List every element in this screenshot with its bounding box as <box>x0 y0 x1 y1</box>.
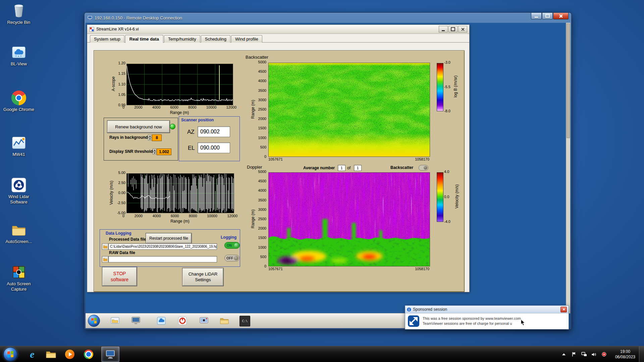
tab-system-setup[interactable]: System setup <box>90 35 124 43</box>
stop-software-button[interactable]: STOP software <box>102 267 137 286</box>
average-of-field[interactable]: 1 <box>354 165 362 171</box>
snr-threshold-label: Display SNR threshold <box>109 149 153 154</box>
tick-label: 2500 <box>258 217 266 221</box>
tick-label: 5000 <box>258 170 266 174</box>
renew-background-button[interactable]: Renew background now <box>107 121 170 133</box>
processed-path-field[interactable]: C:\Lidar\Data\Proc\2023\202308\20230806\… <box>108 243 217 250</box>
vi-maximize-button[interactable] <box>448 26 458 33</box>
snr-value-field[interactable]: 1.002 <box>157 148 171 155</box>
rdp-close-button[interactable] <box>553 13 569 19</box>
desktop-icon-label: MW41 <box>12 152 25 157</box>
tab-real-time-data[interactable]: Real time data <box>125 35 163 43</box>
raw-logging-toggle[interactable]: OFF <box>224 255 239 261</box>
desktop-icon-bl-view[interactable]: BL-View <box>3 44 35 67</box>
desktop-icon-label: Auto Screen Capture <box>3 281 35 292</box>
action-center-flag-icon[interactable] <box>571 351 577 357</box>
az-value-field[interactable]: 090.002 <box>198 126 230 137</box>
backscatter-x-end: 1058170 <box>402 157 429 161</box>
rdp-scrollbar-thumb[interactable] <box>567 23 570 138</box>
desktop-icon-recycle-bin[interactable]: Recycle Bin <box>3 3 35 25</box>
volume-icon[interactable] <box>591 351 597 357</box>
desktop-icon-label: BL-View <box>11 61 27 67</box>
tick-label: 500 <box>260 145 266 149</box>
tick-label: 4000 <box>258 189 266 192</box>
remote-start-button[interactable] <box>88 315 100 327</box>
vi-content: A-scope 1.201.151.101.050.99 <box>87 43 469 292</box>
taskbar-windows-explorer[interactable] <box>42 347 60 362</box>
rdp-maximize-button[interactable] <box>542 13 553 19</box>
mouse-cursor <box>521 319 525 326</box>
tick-label: 1500 <box>258 126 266 130</box>
show-desktop-button[interactable] <box>639 346 644 362</box>
restart-processed-file-button[interactable]: Restart processed file <box>146 233 192 243</box>
desktop-icon-autoscreen[interactable]: AutoScreen... <box>3 222 35 244</box>
tick-label: 0 <box>122 106 124 109</box>
desktop-icon-label: Recycle Bin <box>7 20 31 25</box>
rays-value-field[interactable]: 8 <box>152 134 162 141</box>
remote-power-off-icon[interactable] <box>177 316 187 326</box>
tab-temp-humidity[interactable]: Temp/humidity <box>164 35 200 43</box>
rdp-remote-desktop: StreamLine XR v14-6.vi System setup Real… <box>86 23 570 328</box>
tray-expand-icon[interactable] <box>561 351 567 357</box>
remote-screen-capture-icon[interactable] <box>199 316 209 326</box>
desktop-icon-auto-screen-capture[interactable]: Auto Screen Capture <box>3 264 35 292</box>
remote-bl-view-icon[interactable] <box>156 316 166 326</box>
change-lidar-settings-button[interactable]: Change LiDAR Settings <box>182 268 223 286</box>
background-group: Renew background now Rays in background … <box>104 118 178 161</box>
desktop-icon-wind-lidar[interactable]: Wind Lidar Software <box>3 177 35 205</box>
tick-label: -3.0 <box>444 61 450 64</box>
auto-screen-capture-icon <box>11 264 27 280</box>
teamviewer-popup-body: This was a free session sponsored by www… <box>405 313 569 329</box>
remote-monitor-icon[interactable] <box>131 316 141 326</box>
bl-view-icon <box>11 44 27 60</box>
start-button[interactable] <box>3 347 17 361</box>
velocity-x-ticks: 020004000600080001000012000 <box>122 214 237 218</box>
backscatter-x-start: 1057671 <box>268 157 283 161</box>
tab-wind-profile[interactable]: Wind profile <box>231 35 262 43</box>
rays-spinner[interactable] <box>148 134 152 140</box>
tab-strip: System setup Real time data Temp/humidit… <box>87 34 469 43</box>
rdp-scrollbar[interactable] <box>566 23 570 313</box>
rdp-minimize-button[interactable] <box>531 13 542 19</box>
desktop-icon-mw41[interactable]: MW41 <box>3 135 35 157</box>
remote-folder-icon[interactable] <box>219 316 229 326</box>
el-value-field[interactable]: 090.000 <box>198 142 230 153</box>
desktop-icon-google-chrome[interactable]: Google Chrome <box>3 90 35 112</box>
taskbar-remote-desktop-active[interactable] <box>101 347 119 362</box>
network-icon[interactable] <box>581 351 587 357</box>
backscatter-toggle[interactable] <box>419 165 428 171</box>
doppler-x-start: 1057671 <box>268 267 283 271</box>
taskbar-media-player[interactable] <box>61 347 78 362</box>
streamline-title: StreamLine XR v14-6.vi <box>96 27 438 32</box>
tick-label: 1500 <box>258 236 266 240</box>
tick-label: -8.0 <box>444 109 450 113</box>
taskbar-clock[interactable]: 19:00 06/08/2023 <box>615 346 635 362</box>
processed-path-browse-icon[interactable] <box>102 243 108 250</box>
tick-label: 0 <box>264 264 266 268</box>
raw-path-field[interactable] <box>108 256 217 262</box>
host-taskbar: e 19:00 06/08/2023 <box>0 346 644 362</box>
background-led[interactable] <box>170 124 175 129</box>
vi-close-button[interactable] <box>458 26 467 33</box>
folder-icon <box>11 222 27 238</box>
remote-folder-window-icon[interactable] <box>110 316 120 326</box>
tab-scheduling[interactable]: Scheduling <box>201 35 230 43</box>
taskbar-internet-explorer[interactable]: e <box>23 347 41 362</box>
average-number-field[interactable]: 1 <box>338 165 345 171</box>
tick-label: 2000 <box>258 227 266 230</box>
velocity-x-axis-label: Range (m) <box>126 219 233 224</box>
vi-minimize-button[interactable] <box>439 26 448 33</box>
remote-command-prompt-icon[interactable]: C:\ <box>239 316 250 326</box>
processed-logging-toggle[interactable]: ON <box>224 242 240 249</box>
alert-icon[interactable] <box>601 351 607 357</box>
taskbar-chrome[interactable] <box>80 347 97 362</box>
teamviewer-close-button[interactable] <box>560 307 567 312</box>
settings-line1: Change LiDAR <box>189 272 218 277</box>
backscatter-colorbar <box>437 63 443 111</box>
snr-spinner[interactable] <box>153 148 156 155</box>
teamviewer-message-line2: TeamViewer sessions are free of charge f… <box>423 321 522 326</box>
tick-label: 3500 <box>258 198 266 202</box>
teamviewer-logo <box>408 315 419 327</box>
tick-label: 3000 <box>258 208 266 212</box>
raw-path-browse-icon[interactable] <box>102 256 108 262</box>
